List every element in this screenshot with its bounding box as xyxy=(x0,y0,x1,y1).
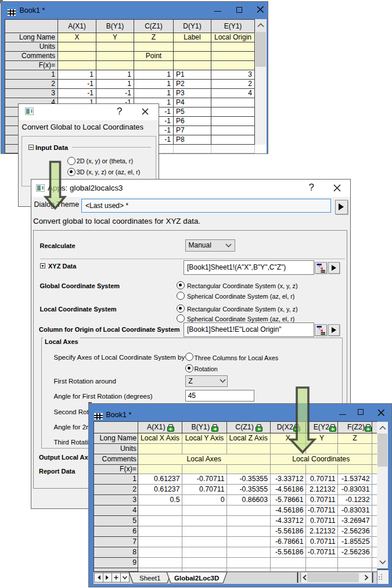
svg-text:Sheet1: Sheet1 xyxy=(139,575,160,582)
svg-text:Global2Loc3D: Global2Loc3D xyxy=(174,575,219,582)
